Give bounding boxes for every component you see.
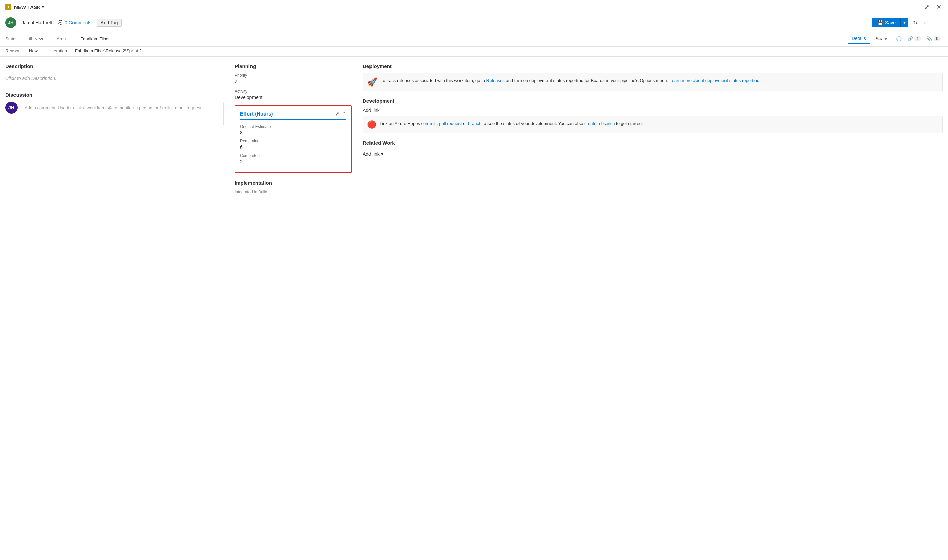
title-bar-right: ⤢ ✕	[923, 2, 943, 12]
branch-link[interactable]: branch	[468, 121, 482, 126]
dev-text: Link an Azure Repos commit , pull reques…	[380, 120, 643, 127]
comments-link[interactable]: 💬 0 Comments	[58, 20, 91, 25]
left-panel: Description Click to add Description. Di…	[0, 57, 229, 559]
remaining-label: Remaining	[240, 139, 346, 143]
discussion-section: Discussion JH Add a comment. Use # to li…	[5, 92, 224, 125]
attachments-icon: 📎	[926, 36, 932, 42]
reason-label: Reason	[5, 48, 26, 53]
activity-value: Development	[235, 95, 352, 100]
links-tab-button[interactable]: 🔗 1	[905, 35, 923, 43]
iteration-field: Iteration Fabrikam Fiber\Release 2\Sprin…	[51, 48, 142, 53]
completed-value: 2	[240, 159, 346, 164]
original-estimate-field: Original Estimate 8	[240, 124, 346, 135]
related-work-add-link[interactable]: Add link ▾	[363, 150, 943, 158]
planning-title: Planning	[235, 63, 352, 69]
state-dot	[29, 37, 32, 40]
create-branch-link[interactable]: create a branch	[584, 121, 615, 126]
discussion-input-row: JH Add a comment. Use # to link a work i…	[5, 102, 224, 125]
header-left: JH Jamal Hartnett 💬 0 Comments Add Tag	[5, 17, 122, 28]
development-section: Development Add link 🔴 Link an Azure Rep…	[363, 98, 943, 133]
history-tab-button[interactable]: 🕐	[894, 35, 904, 43]
main-content: Description Click to add Description. Di…	[0, 57, 948, 559]
commit-link[interactable]: commit	[422, 121, 435, 126]
related-work-section: Related Work Add link ▾	[363, 140, 943, 158]
title-bar: T NEW TASK * ⤢ ✕	[0, 0, 948, 14]
area-field: Area Fabrikam Fiber	[57, 36, 110, 42]
tab-scans[interactable]: Scans	[871, 34, 893, 43]
username: Jamal Hartnett	[22, 20, 52, 25]
area-label: Area	[57, 36, 77, 42]
dev-icon: 🔴	[367, 120, 376, 129]
comment-icon: 💬	[58, 20, 63, 25]
undo-button[interactable]: ↩	[922, 18, 931, 27]
integrated-in-build-label: Integrated in Build	[235, 189, 352, 194]
expand-window-button[interactable]: ⤢	[923, 2, 931, 12]
save-dropdown-button[interactable]: ▾	[901, 18, 908, 27]
iteration-value: Fabrikam Fiber\Release 2\Sprint 2	[75, 48, 142, 53]
completed-field: Completed 2	[240, 153, 346, 164]
effort-collapse-button[interactable]: ⌃	[342, 111, 346, 117]
title-bar-left: T NEW TASK *	[5, 4, 44, 10]
description-title: Description	[5, 63, 224, 69]
state-label: State	[5, 36, 26, 42]
header-row: JH Jamal Hartnett 💬 0 Comments Add Tag 💾…	[0, 14, 948, 31]
iteration-label: Iteration	[51, 48, 71, 53]
effort-actions: ⤢ ⌃	[335, 111, 346, 117]
effort-box: Effort (Hours) ⤢ ⌃ Original Estimate 8 R…	[235, 105, 352, 173]
reason-field: Reason New	[5, 48, 38, 53]
completed-label: Completed	[240, 153, 346, 158]
more-actions-button[interactable]: ⋯	[933, 18, 943, 27]
original-estimate-value: 8	[240, 130, 346, 135]
links-icon: 🔗	[907, 36, 913, 42]
add-tag-button[interactable]: Add Tag	[97, 18, 121, 26]
avatar: JH	[5, 17, 16, 28]
state-field: State New	[5, 36, 43, 42]
deployment-title: Deployment	[363, 63, 943, 69]
activity-label: Activity	[235, 89, 352, 94]
implementation-section: Implementation Integrated in Build	[235, 180, 352, 194]
remaining-value: 6	[240, 145, 346, 150]
original-estimate-label: Original Estimate	[240, 124, 346, 129]
related-work-title: Related Work	[363, 140, 943, 146]
right-panel: Deployment 🚀 To track releases associate…	[357, 57, 948, 559]
header-right: 💾 Save ▾ ↻ ↩ ⋯	[872, 18, 943, 27]
task-type-icon: T	[5, 4, 11, 10]
effort-expand-button[interactable]: ⤢	[335, 111, 340, 117]
effort-header: Effort (Hours) ⤢ ⌃	[240, 111, 346, 120]
close-window-button[interactable]: ✕	[935, 2, 943, 12]
priority-field: Priority 2	[235, 73, 352, 84]
middle-panel: Planning Priority 2 Activity Development…	[229, 57, 357, 559]
deployment-box: 🚀 To track releases associated with this…	[363, 73, 943, 91]
deployment-text: To track releases associated with this w…	[381, 77, 759, 84]
comments-count: 0 Comments	[65, 20, 91, 25]
comment-input[interactable]: Add a comment. Use # to link a work item…	[21, 102, 224, 125]
history-icon: 🕐	[896, 36, 902, 42]
refresh-button[interactable]: ↻	[911, 18, 919, 27]
pull-request-link[interactable]: pull request	[439, 121, 462, 126]
description-placeholder[interactable]: Click to add Description.	[5, 73, 224, 84]
window-title: NEW TASK *	[14, 5, 44, 10]
tab-details[interactable]: Details	[848, 34, 870, 44]
releases-link[interactable]: Releases	[486, 78, 505, 83]
links-badge: 1	[914, 36, 921, 42]
reason-value: New	[29, 48, 38, 53]
priority-value: 2	[235, 79, 352, 84]
development-title: Development	[363, 98, 943, 104]
implementation-title: Implementation	[235, 180, 352, 186]
save-button[interactable]: 💾 Save	[872, 18, 901, 27]
meta-row-1: State New Area Fabrikam Fiber Details Sc…	[0, 31, 948, 47]
priority-label: Priority	[235, 73, 352, 78]
attachments-tab-button[interactable]: 📎 0	[925, 35, 943, 43]
attachments-badge: 0	[934, 36, 940, 42]
add-link-label: Add link	[363, 108, 943, 113]
learn-more-link[interactable]: Learn more about deployment status repor…	[670, 78, 760, 83]
dev-box: 🔴 Link an Azure Repos commit , pull requ…	[363, 116, 943, 133]
save-button-group: 💾 Save ▾	[872, 18, 908, 27]
effort-title: Effort (Hours)	[240, 111, 273, 117]
remaining-field: Remaining 6	[240, 139, 346, 150]
area-value: Fabrikam Fiber	[80, 36, 110, 42]
add-link-chevron-icon: ▾	[381, 151, 383, 157]
deployment-icon: 🚀	[367, 77, 377, 87]
state-value: New	[29, 36, 43, 42]
discussion-avatar: JH	[5, 102, 17, 114]
